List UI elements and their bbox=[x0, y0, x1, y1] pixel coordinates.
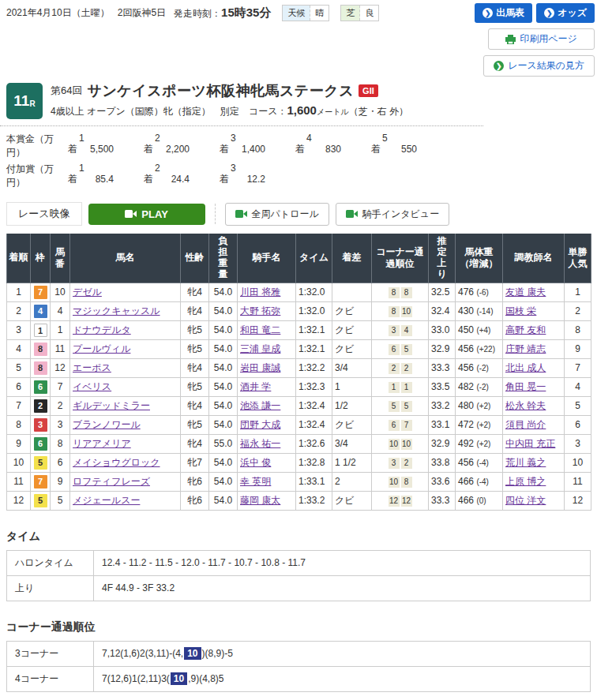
horse-link[interactable]: イベリス bbox=[73, 381, 111, 392]
col-header-bodyweight: 馬体重（増減） bbox=[456, 234, 503, 283]
result-row: 5 8 12 エーポス 牝4 54.0 岩田 康誠 1:32.2 3/4 22 … bbox=[7, 358, 591, 377]
waku-badge: 3 bbox=[34, 418, 47, 432]
result-row: 11 7 9 ロフティフレーズ 牝6 54.0 幸 英明 1:33.1 2 10… bbox=[7, 472, 591, 491]
finish-position: 4 bbox=[7, 339, 31, 358]
prize-item: 4着830 bbox=[295, 133, 371, 159]
body-weight: 466 (-4) bbox=[456, 472, 503, 491]
last-3f: 32.9 bbox=[429, 434, 456, 453]
margin-cell: クビ bbox=[332, 415, 372, 434]
trainer-link[interactable]: 国枝 栄 bbox=[505, 305, 536, 316]
trainer-link[interactable]: 角田 晃一 bbox=[505, 381, 546, 392]
arrow-circle-icon: ❯ bbox=[482, 8, 493, 18]
trainer-link[interactable]: 荒川 義之 bbox=[505, 457, 546, 468]
play-button[interactable]: PLAY bbox=[88, 204, 205, 225]
carried-weight: 54.0 bbox=[209, 339, 238, 358]
last-3f: 33.8 bbox=[429, 453, 456, 472]
trainer-link[interactable]: 四位 洋文 bbox=[505, 495, 546, 506]
jockey-cell: 浜中 俊 bbox=[238, 453, 296, 472]
sex-age: 牝5 bbox=[181, 339, 209, 358]
jockey-link[interactable]: 岩田 康誠 bbox=[240, 362, 280, 373]
carried-weight: 54.0 bbox=[209, 358, 238, 377]
trainer-link[interactable]: 中内田 充正 bbox=[505, 438, 555, 449]
waku-cell: 6 bbox=[31, 377, 51, 396]
waku-badge: 2 bbox=[34, 399, 47, 413]
margin-cell: クビ bbox=[332, 339, 372, 358]
corner-positions: 67 bbox=[372, 415, 429, 434]
waku-badge: 7 bbox=[34, 286, 47, 299]
corner-section: コーナー通過順位 3コーナー 7,12(1,6)2(3,11)-(4,10)(8… bbox=[0, 620, 597, 692]
sex-age: 牝4 bbox=[181, 434, 209, 453]
odds-button[interactable]: ❯オッズ bbox=[536, 3, 595, 23]
jockey-link[interactable]: 幸 英明 bbox=[240, 476, 271, 487]
margin-cell: クビ bbox=[332, 320, 372, 339]
jockey-link[interactable]: 川田 将雅 bbox=[240, 286, 280, 298]
horse-link[interactable]: ロフティフレーズ bbox=[73, 476, 150, 487]
patrol-video-button[interactable]: 全周パトロール bbox=[225, 203, 329, 226]
trainer-cell: 角田 晃一 bbox=[503, 377, 565, 396]
video-controls: レース映像 PLAY 全周パトロール 騎手インタビュー bbox=[0, 196, 597, 234]
body-weight: 430 (-14) bbox=[456, 301, 503, 320]
horse-link[interactable]: リアアメリア bbox=[73, 438, 131, 449]
print-page-button[interactable]: 印刷用ページ bbox=[488, 28, 595, 50]
prize-item: 1着85.4 bbox=[68, 163, 144, 189]
corner3-row: 3コーナー 7,12(1,6)2(3,11)-(4,10)(8,9)-5 bbox=[7, 641, 591, 666]
trainer-link[interactable]: 庄野 靖志 bbox=[505, 343, 546, 354]
prize-item: 2着24.4 bbox=[144, 163, 220, 189]
finish-position: 11 bbox=[7, 472, 31, 491]
jockey-link[interactable]: 和田 竜二 bbox=[240, 324, 280, 335]
col-header-popularity: 単勝人気 bbox=[565, 234, 591, 283]
result-guide-button[interactable]: ❯ レース結果の見方 bbox=[483, 55, 595, 77]
win-popularity: 6 bbox=[565, 415, 591, 434]
horse-link[interactable]: メジェールスー bbox=[73, 495, 140, 506]
trainer-link[interactable]: 上原 博之 bbox=[505, 476, 546, 487]
trainer-link[interactable]: 松永 幹夫 bbox=[505, 400, 546, 411]
camera-icon bbox=[125, 210, 137, 218]
prize-item: 3着1,400 bbox=[220, 133, 295, 159]
entry-table-button[interactable]: ❯出馬表 bbox=[475, 3, 532, 23]
horse-link[interactable]: メイショウグロック bbox=[73, 457, 160, 468]
horse-link[interactable]: マジックキャッスル bbox=[73, 305, 160, 316]
prize-item: 2着2,200 bbox=[144, 133, 220, 159]
jockey-interview-button[interactable]: 騎手インタビュー bbox=[336, 203, 449, 226]
horse-link[interactable]: エーポス bbox=[73, 362, 111, 373]
jockey-link[interactable]: 藤岡 康太 bbox=[240, 495, 280, 506]
col-header-margin: 着差 bbox=[332, 234, 372, 283]
corner-positions: 22 bbox=[372, 358, 429, 377]
horse-number: 1 bbox=[51, 320, 70, 339]
horse-link[interactable]: ドナウデルタ bbox=[73, 324, 131, 335]
jockey-link[interactable]: 三浦 皇成 bbox=[240, 343, 280, 354]
horse-link[interactable]: ギルデッドミラー bbox=[73, 400, 150, 411]
start-time: 発走時刻：15時35分 bbox=[174, 6, 271, 21]
last-3f: 33.3 bbox=[429, 491, 456, 510]
time-cell: 1:32.3 bbox=[296, 377, 332, 396]
corner-positions: 32 bbox=[372, 453, 429, 472]
jockey-link[interactable]: 浜中 俊 bbox=[240, 457, 271, 468]
jockey-cell: 福永 祐一 bbox=[238, 434, 296, 453]
margin-cell: 1/2 bbox=[332, 396, 372, 415]
trainer-link[interactable]: 高野 友和 bbox=[505, 324, 546, 335]
jockey-link[interactable]: 大野 拓弥 bbox=[240, 305, 280, 316]
race-video-label: レース映像 bbox=[6, 202, 82, 226]
jockey-link[interactable]: 福永 祐一 bbox=[240, 438, 280, 449]
result-row: 3 1 1 ドナウデルタ 牝5 54.0 和田 竜二 1:32.1 クビ 34 … bbox=[7, 320, 591, 339]
trainer-link[interactable]: 須貝 尚介 bbox=[505, 419, 546, 430]
horse-link[interactable]: ブランノワール bbox=[73, 419, 141, 430]
finish-position: 5 bbox=[7, 358, 31, 377]
carried-weight: 54.0 bbox=[209, 283, 238, 301]
jockey-link[interactable]: 団野 大成 bbox=[240, 419, 280, 430]
jockey-cell: 大野 拓弥 bbox=[238, 301, 296, 320]
body-weight: 482 (-2) bbox=[456, 377, 503, 396]
jockey-link[interactable]: 池添 謙一 bbox=[240, 400, 280, 411]
margin-cell: 1 1/2 bbox=[332, 453, 372, 472]
horse-link[interactable]: プールヴィル bbox=[73, 343, 130, 354]
waku-cell: 6 bbox=[31, 434, 51, 453]
horse-link[interactable]: デゼル bbox=[73, 286, 102, 298]
trainer-link[interactable]: 北出 成人 bbox=[505, 362, 546, 373]
time-cell: 1:32.8 bbox=[296, 453, 332, 472]
sex-age: 牝5 bbox=[181, 377, 209, 396]
corner-positions: 88 bbox=[372, 283, 429, 301]
trainer-link[interactable]: 友道 康夫 bbox=[505, 286, 546, 298]
jockey-link[interactable]: 酒井 学 bbox=[240, 381, 271, 392]
corner-positions: 34 bbox=[372, 320, 429, 339]
carried-weight: 54.0 bbox=[209, 301, 238, 320]
